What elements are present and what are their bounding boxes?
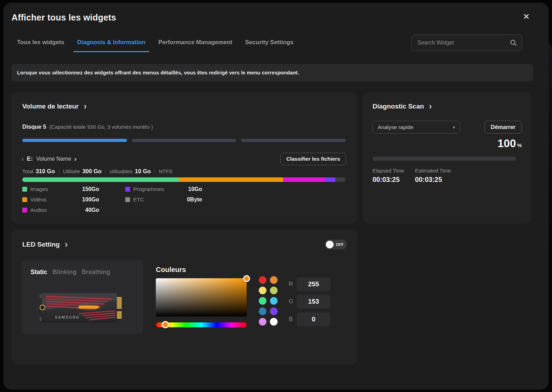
- drive-letter: E:: [27, 155, 33, 162]
- dialog-title: Afficher tous les widgets: [11, 13, 116, 23]
- mode-tab-blinking[interactable]: Blinking: [53, 269, 77, 276]
- rgb-value-b[interactable]: 0: [297, 312, 330, 326]
- drive-bar-segment[interactable]: [241, 139, 346, 142]
- volume-widget-title-text: Volume de lecteur: [22, 103, 79, 110]
- diagnostic-scan-card: Diagnostic Scan › Analyse rapide ▾ Démar…: [363, 92, 531, 224]
- percent-value: 100: [497, 137, 516, 149]
- legend-swatch: [22, 197, 27, 202]
- scan-progress-bar: [373, 157, 516, 161]
- led-mode-panel: Static Blinking Breathing: [22, 260, 143, 334]
- chevron-right-icon[interactable]: ›: [74, 155, 77, 163]
- legend-swatch: [22, 187, 27, 192]
- mode-tab-static[interactable]: Static: [31, 269, 47, 276]
- volume-stats: Total 310 Go Utilisée 300 Go utilisables…: [22, 168, 173, 175]
- legend-item-etc: ETC 0Byte: [125, 197, 202, 203]
- scan-progress-percent: 100 %: [497, 137, 522, 149]
- chevron-right-icon: ›: [84, 103, 86, 110]
- color-swatch-yellow-green[interactable]: [270, 287, 278, 294]
- widgets-dialog: Afficher tous les widgets ✕ Tous les wid…: [3, 3, 549, 390]
- volume-navigator: ‹ E: Volume Name ›: [22, 155, 77, 163]
- usage-segment-programs: [325, 177, 335, 182]
- led-widget-title[interactable]: LED Setting ›: [22, 241, 67, 248]
- legend-value: 100Go: [82, 197, 99, 203]
- color-swatch-orange[interactable]: [270, 276, 278, 284]
- usage-segment-audios: [283, 177, 325, 182]
- stat-label: NTFS: [159, 168, 173, 174]
- chevron-left-icon[interactable]: ‹: [22, 155, 24, 163]
- color-saturation-picker[interactable]: [156, 278, 247, 317]
- color-swatch-cyan[interactable]: [270, 297, 278, 305]
- stat-value: 300 Go: [82, 168, 102, 175]
- percent-sign: %: [517, 142, 522, 149]
- stat-filesystem: NTFS: [159, 168, 173, 174]
- disk-capacity-info: (Capacité totale 930 Go, 3 volumes monté…: [49, 124, 153, 130]
- scan-type-value: Analyse rapide: [378, 124, 414, 130]
- stat-value: 310 Go: [36, 168, 55, 175]
- rgb-value-r[interactable]: 255: [297, 277, 330, 291]
- legend-item-audios: Audios 40Go: [22, 207, 99, 213]
- ssd-brand-label: SAMSUNG: [55, 315, 80, 319]
- colors-section-title: Couleurs: [156, 266, 186, 274]
- rgb-value-g[interactable]: 153: [297, 295, 330, 309]
- stat-label: Utilisée: [63, 168, 80, 174]
- color-swatch-red[interactable]: [259, 276, 266, 284]
- close-icon[interactable]: ✕: [520, 10, 533, 23]
- drive-volume-bars: [22, 139, 346, 142]
- drive-bar-segment[interactable]: [132, 139, 237, 142]
- elapsed-time-label: Elapsed Time: [373, 168, 404, 174]
- volume-widget-title[interactable]: Volume de lecteur ›: [22, 103, 87, 110]
- stat-value: 10 Go: [135, 168, 151, 175]
- search-icon[interactable]: [510, 39, 517, 46]
- legend-label: Audios: [30, 207, 47, 213]
- usage-segment-videos: [179, 177, 283, 182]
- volume-name: Volume Name: [36, 156, 71, 162]
- toggle-state-label: OFF: [336, 242, 344, 247]
- legend-label: Programmes: [133, 186, 164, 192]
- start-scan-button[interactable]: Démarrer: [485, 121, 522, 134]
- diagnostic-widget-title-text: Diagnostic Scan: [373, 103, 424, 110]
- legend-label: Images: [30, 186, 48, 192]
- legend-item-programs: Programmes 10Go: [125, 186, 202, 192]
- color-swatch-grid: [259, 276, 278, 326]
- hue-slider[interactable]: [156, 322, 247, 327]
- color-picker-knob[interactable]: [243, 275, 250, 282]
- led-toggle[interactable]: OFF: [325, 240, 347, 249]
- legend-label: Vidéos: [30, 197, 47, 203]
- elapsed-time-value: 00:03:25: [373, 176, 400, 184]
- tab-security-settings[interactable]: Security Settings: [245, 39, 294, 51]
- color-swatch-blue[interactable]: [259, 307, 266, 315]
- color-swatch-purple[interactable]: [270, 307, 278, 315]
- classify-files-button[interactable]: Classifier les fichiers: [280, 153, 346, 165]
- tab-tous-les-widgets[interactable]: Tous les widgets: [17, 39, 64, 51]
- mode-tab-breathing[interactable]: Breathing: [82, 269, 110, 276]
- estimated-time-label: Estimated Time: [415, 168, 451, 174]
- divider: [105, 169, 106, 174]
- hue-slider-knob[interactable]: [162, 321, 169, 328]
- search-widget-box[interactable]: [411, 34, 522, 51]
- stat-available: utilisables 10 Go: [110, 168, 151, 175]
- color-swatch-white[interactable]: [270, 318, 278, 326]
- tab-performance-management[interactable]: Performance Management: [158, 39, 232, 51]
- color-swatch-green[interactable]: [259, 297, 266, 305]
- color-swatch-pink[interactable]: [259, 318, 266, 326]
- led-widget-title-text: LED Setting: [22, 241, 60, 248]
- diagnostic-widget-title[interactable]: Diagnostic Scan ›: [373, 103, 432, 110]
- stat-used: Utilisée 300 Go: [63, 168, 102, 175]
- color-swatch-yellow[interactable]: [259, 287, 266, 294]
- estimated-time-value: 00:03:25: [415, 176, 442, 184]
- tab-bar: Tous les widgets Diagnosis & Information…: [17, 39, 294, 52]
- legend-value: 0Byte: [187, 197, 202, 203]
- led-mode-tabs: Static Blinking Breathing: [31, 269, 110, 276]
- scan-type-dropdown[interactable]: Analyse rapide ▾: [373, 121, 460, 134]
- search-input[interactable]: [417, 40, 510, 46]
- rgb-label-g: G: [289, 298, 295, 305]
- info-banner-text: Lorsque vous sélectionnez des widgets of…: [17, 70, 299, 75]
- stat-label: Total: [22, 168, 33, 174]
- info-banner: Lorsque vous sélectionnez des widgets of…: [11, 64, 533, 81]
- tab-diagnosis-information[interactable]: Diagnosis & Information: [73, 39, 149, 52]
- drive-bar-segment[interactable]: [22, 139, 127, 142]
- legend-item-videos: Vidéos 100Go: [22, 197, 99, 203]
- rgb-label-r: R: [289, 281, 295, 288]
- storage-usage-bar: [22, 177, 346, 182]
- rgb-label-b: B: [289, 316, 295, 323]
